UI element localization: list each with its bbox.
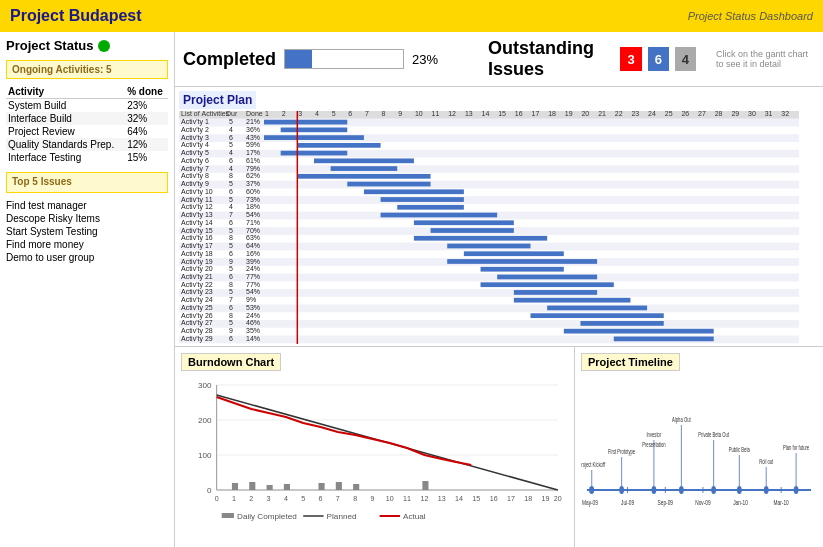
burndown-chart: Burndown Chart 300 200 100 0 0 [175, 347, 575, 547]
right-panel: Completed 23% Outstanding Issues 3 6 4 C… [175, 32, 823, 547]
svg-text:Private Beta Out: Private Beta Out [698, 431, 729, 438]
middle-section: Project Plan [175, 87, 823, 347]
svg-text:16: 16 [490, 495, 498, 502]
svg-text:6: 6 [319, 495, 323, 502]
svg-text:200: 200 [198, 416, 212, 425]
svg-text:10: 10 [386, 495, 394, 502]
svg-text:Jan-10: Jan-10 [733, 498, 748, 506]
svg-point-74 [737, 486, 742, 494]
dashboard-subtitle: Project Status Dashboard [688, 10, 813, 22]
progress-bar [284, 49, 404, 69]
timeline-title: Project Timeline [581, 353, 680, 371]
gantt-canvas[interactable] [179, 111, 799, 344]
svg-point-61 [619, 486, 624, 494]
svg-text:Mar-10: Mar-10 [774, 498, 789, 506]
svg-text:9: 9 [370, 495, 374, 502]
completed-label: Completed [183, 49, 276, 70]
issue-item: Start System Testing [6, 225, 168, 238]
badge-issues-2: 6 [648, 47, 669, 71]
svg-text:1: 1 [232, 495, 236, 502]
svg-rect-37 [353, 484, 359, 490]
activity-table: Activity % done System Build23%Interface… [6, 85, 168, 164]
svg-text:Presentation: Presentation [642, 441, 665, 448]
col-percent: % done [125, 85, 168, 99]
bottom-section: Burndown Chart 300 200 100 0 0 [175, 347, 823, 547]
svg-text:12: 12 [420, 495, 428, 502]
svg-rect-33 [267, 485, 273, 490]
timeline-svg: May-09 Jul-09 Sep-09 Nov-09 Jan-10 Mar-1… [581, 375, 817, 530]
issues-box: Top 5 Issues [6, 172, 168, 193]
badge-issues-3: 4 [675, 47, 696, 71]
svg-text:8: 8 [353, 495, 357, 502]
svg-rect-32 [249, 482, 255, 490]
svg-text:Sep-09: Sep-09 [658, 498, 674, 508]
svg-text:First Prototype: First Prototype [608, 448, 635, 455]
issue-item: Find more money [6, 238, 168, 251]
svg-rect-31 [232, 483, 238, 490]
svg-rect-34 [284, 484, 290, 490]
svg-point-77 [764, 486, 769, 494]
issue-item: Find test manager [6, 199, 168, 212]
completed-section: Completed 23% [183, 49, 438, 70]
gantt-area[interactable]: Project Plan [175, 87, 823, 346]
issues-list: Find test managerDescope Risky ItemsStar… [6, 199, 168, 264]
svg-text:7: 7 [336, 495, 340, 502]
svg-text:Public Beta: Public Beta [729, 446, 751, 453]
svg-text:5: 5 [301, 495, 305, 502]
svg-text:Nov-09: Nov-09 [695, 498, 711, 506]
svg-text:4: 4 [284, 495, 288, 502]
svg-text:Plan for future: Plan for future [783, 444, 809, 451]
issue-item: Descope Risky Items [6, 212, 168, 225]
burndown-svg: 300 200 100 0 0 1 2 3 4 5 6 7 8 9 10 11 [181, 375, 568, 530]
issue-item: Demo to user group [6, 251, 168, 264]
svg-text:Roll out: Roll out [759, 458, 773, 465]
activity-row: Project Review64% [6, 125, 168, 138]
progress-bar-fill [285, 50, 312, 68]
activity-row: System Build23% [6, 99, 168, 113]
svg-text:2: 2 [249, 495, 253, 502]
gantt-title: Project Plan [179, 91, 256, 109]
svg-text:Planned: Planned [327, 512, 357, 521]
svg-text:300: 300 [198, 381, 212, 390]
svg-text:Daily Completed: Daily Completed [237, 512, 297, 521]
svg-text:0: 0 [215, 495, 219, 502]
svg-text:13: 13 [438, 495, 446, 502]
gantt-hint: Click on the gantt chart to see it in de… [716, 49, 815, 69]
svg-point-58 [589, 486, 594, 494]
status-indicator [98, 40, 110, 52]
svg-text:Actual: Actual [403, 512, 426, 521]
header: Project Budapest Project Status Dashboar… [0, 0, 823, 32]
stats-row: Completed 23% Outstanding Issues 3 6 4 C… [175, 32, 823, 87]
activities-box-title: Ongoing Activities: 5 [12, 64, 162, 75]
svg-text:11: 11 [403, 495, 411, 502]
svg-rect-38 [422, 481, 428, 490]
svg-text:17: 17 [507, 495, 515, 502]
app-title: Project Budapest [10, 7, 142, 25]
svg-rect-35 [318, 483, 324, 490]
percent-label: 23% [412, 52, 438, 67]
col-activity: Activity [6, 85, 125, 99]
project-timeline: Project Timeline May-09 Jul-09 Sep-09 No… [575, 347, 823, 547]
outstanding-section: Outstanding Issues 3 6 4 [488, 38, 696, 80]
svg-rect-36 [336, 482, 342, 490]
svg-rect-39 [222, 513, 234, 518]
svg-text:Project Kickoff: Project Kickoff [581, 461, 605, 468]
svg-text:18: 18 [524, 495, 532, 502]
activity-row: Interface Build32% [6, 112, 168, 125]
badge-issues-1: 3 [620, 47, 641, 71]
outstanding-label: Outstanding Issues [488, 38, 614, 80]
svg-point-68 [679, 486, 684, 494]
burndown-title: Burndown Chart [181, 353, 281, 371]
svg-point-80 [794, 486, 799, 494]
svg-point-64 [652, 486, 657, 494]
svg-point-71 [711, 486, 716, 494]
svg-text:Investor: Investor [646, 431, 661, 438]
left-panel: Project Status Ongoing Activities: 5 Act… [0, 32, 175, 547]
project-status-title: Project Status [6, 38, 168, 53]
svg-text:14: 14 [455, 495, 463, 502]
issues-box-title: Top 5 Issues [12, 176, 162, 187]
svg-text:Jul-09: Jul-09 [621, 498, 634, 506]
activities-box: Ongoing Activities: 5 [6, 60, 168, 79]
svg-text:15: 15 [472, 495, 480, 502]
activity-row: Interface Testing15% [6, 151, 168, 164]
